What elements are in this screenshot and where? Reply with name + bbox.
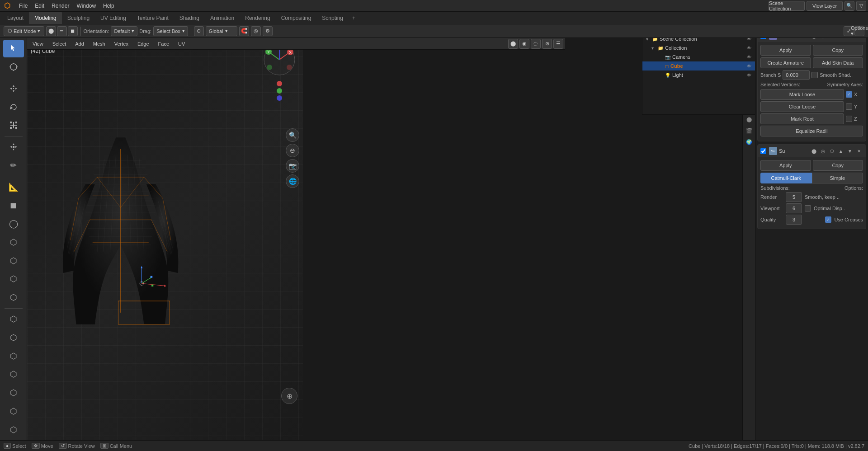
tab-scripting[interactable]: Scripting xyxy=(316,12,349,24)
mode-selector[interactable]: ⬡ Edit Mode ▾ xyxy=(4,26,44,36)
skin-apply-btn[interactable]: Apply xyxy=(760,45,811,56)
tool-loop-cut[interactable]: ⬡ xyxy=(3,289,24,306)
tool-bevel[interactable]: ⬡ xyxy=(3,270,24,288)
equalize-radii-btn[interactable]: Equalize Radii xyxy=(760,126,863,136)
snap-settings-btn[interactable]: ⚙ xyxy=(263,26,273,36)
tool-cursor[interactable] xyxy=(3,58,24,76)
eye-icon-light[interactable]: 👁 xyxy=(747,73,751,78)
clear-loose-btn[interactable]: Clear Loose xyxy=(760,101,844,112)
prop-icon-scene[interactable]: 🎬 xyxy=(744,125,755,136)
quality-value[interactable]: 3 xyxy=(786,215,802,225)
orientation-selector[interactable]: Default ▾ xyxy=(111,26,137,36)
edge-menu[interactable]: Edge xyxy=(134,40,153,47)
subsurf-show-render[interactable]: ◎ xyxy=(819,147,827,155)
select-menu[interactable]: Select xyxy=(49,40,70,47)
tab-layout[interactable]: Layout xyxy=(2,12,29,24)
eye-icon-collection[interactable]: 👁 xyxy=(747,46,751,51)
options-btn[interactable]: Options ▾ xyxy=(854,26,864,36)
smooth-shading-checkbox[interactable] xyxy=(811,72,818,78)
mesh-menu[interactable]: Mesh xyxy=(90,40,109,47)
uv-menu[interactable]: UV xyxy=(175,40,189,47)
menu-edit[interactable]: Edit xyxy=(31,2,48,10)
tool-move[interactable] xyxy=(3,80,24,97)
proportional-edit-btn[interactable]: ◎ xyxy=(251,26,261,36)
menu-render[interactable]: Render xyxy=(48,2,73,10)
tab-modeling[interactable]: Modeling xyxy=(29,12,62,24)
tab-shading[interactable]: Shading xyxy=(174,12,205,24)
subsurf-modifier-enabled[interactable] xyxy=(760,148,766,154)
viewport-value[interactable]: 6 xyxy=(786,203,802,213)
tool-select[interactable] xyxy=(3,40,24,57)
search-btn[interactable]: 🔍 xyxy=(844,1,854,11)
eye-icon-cube[interactable]: 👁 xyxy=(747,64,751,69)
x-axis-checkbox[interactable]: ✓ xyxy=(846,91,852,98)
edge-mode-btn[interactable]: ━ xyxy=(57,26,67,36)
y-axis-checkbox[interactable] xyxy=(846,103,852,110)
subsurf-show-realtime[interactable]: ⬤ xyxy=(810,147,818,155)
simple-tab[interactable]: Simple xyxy=(812,173,863,183)
zoom-out-btn[interactable]: ⊖ xyxy=(286,144,299,157)
tool-shear[interactable]: ⬡ xyxy=(3,384,24,402)
rotation-gizmo[interactable]: ⊕ xyxy=(281,388,297,404)
mark-root-btn[interactable]: Mark Root xyxy=(760,113,844,124)
branch-value[interactable]: 0.000 xyxy=(783,70,810,80)
subsurf-move-down[interactable]: ▼ xyxy=(846,147,854,155)
overlays-btn[interactable]: ⊛ xyxy=(542,39,552,49)
vertex-mode-btn[interactable]: ⬤ xyxy=(46,26,56,36)
tab-uv-editing[interactable]: UV Editing xyxy=(95,12,132,24)
skin-create-armature-btn[interactable]: Create Armature xyxy=(760,57,811,68)
tab-compositing[interactable]: Compositing xyxy=(276,12,317,24)
drag-selector[interactable]: Select Box ▾ xyxy=(153,26,188,36)
z-axis-checkbox[interactable] xyxy=(846,116,852,122)
scene-selector[interactable]: Scene Collection xyxy=(769,1,805,11)
subsurf-close[interactable]: ✕ xyxy=(855,147,863,155)
outliner-item-camera[interactable]: 📷 Camera 👁 xyxy=(642,52,755,61)
render-value[interactable]: 5 xyxy=(786,192,802,202)
subsurf-copy-btn[interactable]: Copy xyxy=(813,160,863,171)
subsurf-show-cage[interactable]: ⬡ xyxy=(828,147,836,155)
camera-view-btn[interactable]: 📷 xyxy=(286,159,299,173)
tool-edge-slide[interactable]: ⬡ xyxy=(3,366,24,383)
global-selector[interactable]: Global ▾ xyxy=(206,26,237,36)
filter-btn[interactable]: ▽ xyxy=(856,1,866,11)
add-menu[interactable]: Add xyxy=(71,40,88,47)
add-workspace-btn[interactable]: + xyxy=(349,13,359,23)
prop-icon-world2[interactable]: 🌍 xyxy=(744,136,755,147)
use-creases-checkbox[interactable]: ✓ xyxy=(825,216,831,223)
snap-btn[interactable]: 🧲 xyxy=(239,26,249,36)
transform-pivot-btn[interactable]: ⊙ xyxy=(194,26,204,36)
tool-measure[interactable]: 📐 xyxy=(3,178,24,196)
prop-icon-material[interactable]: ⬤ xyxy=(744,114,755,125)
outliner-item-collection[interactable]: ▾ 📁 Collection 👁 xyxy=(642,43,755,52)
mark-loose-btn[interactable]: Mark Loose xyxy=(760,89,844,100)
skin-add-data-btn[interactable]: Add Skin Data xyxy=(813,57,863,68)
tab-animation[interactable]: Animation xyxy=(205,12,240,24)
tool-poly-build[interactable]: ⬡ xyxy=(3,310,24,328)
tool-add-circle[interactable]: ◯ xyxy=(3,215,24,233)
face-mode-btn[interactable]: ◼ xyxy=(68,26,78,36)
tool-spin[interactable]: ⬡ xyxy=(3,329,24,346)
face-menu[interactable]: Face xyxy=(155,40,173,47)
view-menu[interactable]: View xyxy=(29,40,47,47)
tool-rip[interactable]: ⬡ xyxy=(3,421,24,438)
catmull-clark-tab[interactable]: Catmull-Clark xyxy=(760,173,812,183)
tool-annotate[interactable]: ✏ xyxy=(3,156,24,174)
viewport-shading-rendered[interactable]: ◌ xyxy=(531,39,541,49)
viewport-shading-material[interactable]: ◉ xyxy=(519,39,529,49)
view-layer-selector[interactable]: View Layer xyxy=(807,1,843,11)
skin-copy-btn[interactable]: Copy xyxy=(813,45,863,56)
tool-to-sphere[interactable]: ⬡ xyxy=(3,403,24,420)
tool-smooth[interactable]: ⬡ xyxy=(3,347,24,365)
tool-inset[interactable]: ⬡ xyxy=(3,252,24,269)
eye-icon-camera[interactable]: 👁 xyxy=(747,55,751,60)
tool-add-cube[interactable]: ◼ xyxy=(3,197,24,214)
tool-scale[interactable] xyxy=(3,117,24,134)
tool-rotate[interactable] xyxy=(3,98,24,116)
subsurf-move-up[interactable]: ▲ xyxy=(837,147,845,155)
menu-help[interactable]: Help xyxy=(99,2,118,10)
tool-transform[interactable] xyxy=(3,138,24,156)
outliner-item-light[interactable]: 💡 Light 👁 xyxy=(642,70,755,80)
tab-rendering[interactable]: Rendering xyxy=(240,12,275,24)
subsurf-apply-btn[interactable]: Apply xyxy=(760,160,811,171)
tab-texture-paint[interactable]: Texture Paint xyxy=(132,12,174,24)
